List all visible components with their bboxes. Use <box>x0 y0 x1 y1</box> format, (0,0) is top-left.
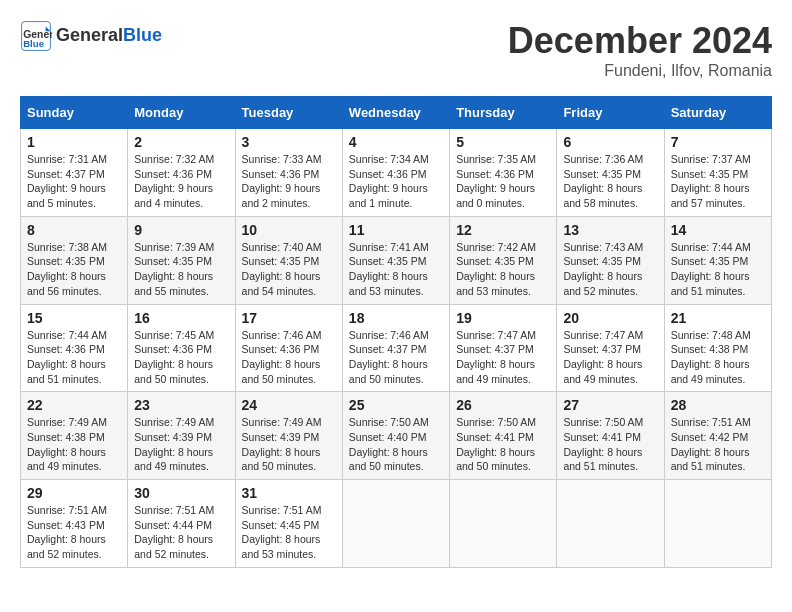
day-detail: Sunrise: 7:50 AMSunset: 4:41 PMDaylight:… <box>456 415 550 474</box>
day-detail: Sunrise: 7:51 AMSunset: 4:42 PMDaylight:… <box>671 415 765 474</box>
calendar-cell: 24Sunrise: 7:49 AMSunset: 4:39 PMDayligh… <box>235 392 342 480</box>
col-header-friday: Friday <box>557 97 664 129</box>
calendar-cell: 10Sunrise: 7:40 AMSunset: 4:35 PMDayligh… <box>235 216 342 304</box>
day-number: 26 <box>456 397 550 413</box>
day-detail: Sunrise: 7:49 AMSunset: 4:38 PMDaylight:… <box>27 415 121 474</box>
day-number: 1 <box>27 134 121 150</box>
day-detail: Sunrise: 7:44 AMSunset: 4:35 PMDaylight:… <box>671 240 765 299</box>
calendar-cell: 20Sunrise: 7:47 AMSunset: 4:37 PMDayligh… <box>557 304 664 392</box>
day-detail: Sunrise: 7:37 AMSunset: 4:35 PMDaylight:… <box>671 152 765 211</box>
calendar-cell: 27Sunrise: 7:50 AMSunset: 4:41 PMDayligh… <box>557 392 664 480</box>
day-detail: Sunrise: 7:50 AMSunset: 4:41 PMDaylight:… <box>563 415 657 474</box>
day-detail: Sunrise: 7:35 AMSunset: 4:36 PMDaylight:… <box>456 152 550 211</box>
day-detail: Sunrise: 7:46 AMSunset: 4:37 PMDaylight:… <box>349 328 443 387</box>
calendar-cell: 30Sunrise: 7:51 AMSunset: 4:44 PMDayligh… <box>128 480 235 568</box>
location-subtitle: Fundeni, Ilfov, Romania <box>508 62 772 80</box>
day-number: 19 <box>456 310 550 326</box>
calendar-cell: 16Sunrise: 7:45 AMSunset: 4:36 PMDayligh… <box>128 304 235 392</box>
day-number: 3 <box>242 134 336 150</box>
col-header-tuesday: Tuesday <box>235 97 342 129</box>
day-detail: Sunrise: 7:45 AMSunset: 4:36 PMDaylight:… <box>134 328 228 387</box>
logo-icon: General Blue <box>20 20 52 52</box>
day-number: 6 <box>563 134 657 150</box>
day-number: 28 <box>671 397 765 413</box>
day-number: 2 <box>134 134 228 150</box>
day-number: 24 <box>242 397 336 413</box>
day-number: 29 <box>27 485 121 501</box>
day-detail: Sunrise: 7:47 AMSunset: 4:37 PMDaylight:… <box>563 328 657 387</box>
svg-text:Blue: Blue <box>23 38 44 49</box>
day-number: 22 <box>27 397 121 413</box>
col-header-wednesday: Wednesday <box>342 97 449 129</box>
calendar-cell: 4Sunrise: 7:34 AMSunset: 4:36 PMDaylight… <box>342 129 449 217</box>
calendar-cell: 18Sunrise: 7:46 AMSunset: 4:37 PMDayligh… <box>342 304 449 392</box>
day-detail: Sunrise: 7:46 AMSunset: 4:36 PMDaylight:… <box>242 328 336 387</box>
day-detail: Sunrise: 7:31 AMSunset: 4:37 PMDaylight:… <box>27 152 121 211</box>
calendar-cell: 13Sunrise: 7:43 AMSunset: 4:35 PMDayligh… <box>557 216 664 304</box>
calendar-table: SundayMondayTuesdayWednesdayThursdayFrid… <box>20 96 772 568</box>
calendar-cell <box>557 480 664 568</box>
calendar-cell <box>342 480 449 568</box>
calendar-cell: 8Sunrise: 7:38 AMSunset: 4:35 PMDaylight… <box>21 216 128 304</box>
page-header: General Blue GeneralBlue December 2024 F… <box>20 20 772 80</box>
calendar-cell <box>450 480 557 568</box>
day-number: 16 <box>134 310 228 326</box>
day-number: 20 <box>563 310 657 326</box>
day-number: 5 <box>456 134 550 150</box>
col-header-thursday: Thursday <box>450 97 557 129</box>
day-detail: Sunrise: 7:51 AMSunset: 4:44 PMDaylight:… <box>134 503 228 562</box>
day-number: 4 <box>349 134 443 150</box>
col-header-monday: Monday <box>128 97 235 129</box>
day-detail: Sunrise: 7:44 AMSunset: 4:36 PMDaylight:… <box>27 328 121 387</box>
calendar-cell: 9Sunrise: 7:39 AMSunset: 4:35 PMDaylight… <box>128 216 235 304</box>
day-detail: Sunrise: 7:51 AMSunset: 4:43 PMDaylight:… <box>27 503 121 562</box>
calendar-cell: 7Sunrise: 7:37 AMSunset: 4:35 PMDaylight… <box>664 129 771 217</box>
day-detail: Sunrise: 7:49 AMSunset: 4:39 PMDaylight:… <box>242 415 336 474</box>
calendar-cell: 19Sunrise: 7:47 AMSunset: 4:37 PMDayligh… <box>450 304 557 392</box>
day-number: 13 <box>563 222 657 238</box>
day-number: 11 <box>349 222 443 238</box>
calendar-cell <box>664 480 771 568</box>
day-detail: Sunrise: 7:38 AMSunset: 4:35 PMDaylight:… <box>27 240 121 299</box>
day-number: 10 <box>242 222 336 238</box>
day-number: 27 <box>563 397 657 413</box>
calendar-cell: 23Sunrise: 7:49 AMSunset: 4:39 PMDayligh… <box>128 392 235 480</box>
calendar-week-3: 15Sunrise: 7:44 AMSunset: 4:36 PMDayligh… <box>21 304 772 392</box>
calendar-cell: 6Sunrise: 7:36 AMSunset: 4:35 PMDaylight… <box>557 129 664 217</box>
day-number: 30 <box>134 485 228 501</box>
day-number: 15 <box>27 310 121 326</box>
day-number: 23 <box>134 397 228 413</box>
calendar-cell: 26Sunrise: 7:50 AMSunset: 4:41 PMDayligh… <box>450 392 557 480</box>
day-detail: Sunrise: 7:43 AMSunset: 4:35 PMDaylight:… <box>563 240 657 299</box>
calendar-cell: 22Sunrise: 7:49 AMSunset: 4:38 PMDayligh… <box>21 392 128 480</box>
calendar-week-5: 29Sunrise: 7:51 AMSunset: 4:43 PMDayligh… <box>21 480 772 568</box>
col-header-sunday: Sunday <box>21 97 128 129</box>
day-number: 17 <box>242 310 336 326</box>
calendar-cell: 15Sunrise: 7:44 AMSunset: 4:36 PMDayligh… <box>21 304 128 392</box>
calendar-week-4: 22Sunrise: 7:49 AMSunset: 4:38 PMDayligh… <box>21 392 772 480</box>
calendar-cell: 11Sunrise: 7:41 AMSunset: 4:35 PMDayligh… <box>342 216 449 304</box>
day-detail: Sunrise: 7:50 AMSunset: 4:40 PMDaylight:… <box>349 415 443 474</box>
calendar-cell: 25Sunrise: 7:50 AMSunset: 4:40 PMDayligh… <box>342 392 449 480</box>
day-number: 8 <box>27 222 121 238</box>
calendar-week-1: 1Sunrise: 7:31 AMSunset: 4:37 PMDaylight… <box>21 129 772 217</box>
day-detail: Sunrise: 7:34 AMSunset: 4:36 PMDaylight:… <box>349 152 443 211</box>
day-detail: Sunrise: 7:36 AMSunset: 4:35 PMDaylight:… <box>563 152 657 211</box>
calendar-cell: 28Sunrise: 7:51 AMSunset: 4:42 PMDayligh… <box>664 392 771 480</box>
calendar-cell: 3Sunrise: 7:33 AMSunset: 4:36 PMDaylight… <box>235 129 342 217</box>
calendar-cell: 31Sunrise: 7:51 AMSunset: 4:45 PMDayligh… <box>235 480 342 568</box>
day-number: 18 <box>349 310 443 326</box>
day-detail: Sunrise: 7:40 AMSunset: 4:35 PMDaylight:… <box>242 240 336 299</box>
calendar-cell: 14Sunrise: 7:44 AMSunset: 4:35 PMDayligh… <box>664 216 771 304</box>
logo-general: General <box>56 25 123 45</box>
logo-blue: Blue <box>123 25 162 45</box>
day-detail: Sunrise: 7:42 AMSunset: 4:35 PMDaylight:… <box>456 240 550 299</box>
calendar-week-2: 8Sunrise: 7:38 AMSunset: 4:35 PMDaylight… <box>21 216 772 304</box>
day-detail: Sunrise: 7:49 AMSunset: 4:39 PMDaylight:… <box>134 415 228 474</box>
day-number: 14 <box>671 222 765 238</box>
calendar-cell: 2Sunrise: 7:32 AMSunset: 4:36 PMDaylight… <box>128 129 235 217</box>
calendar-cell: 29Sunrise: 7:51 AMSunset: 4:43 PMDayligh… <box>21 480 128 568</box>
calendar-cell: 1Sunrise: 7:31 AMSunset: 4:37 PMDaylight… <box>21 129 128 217</box>
day-number: 9 <box>134 222 228 238</box>
day-number: 31 <box>242 485 336 501</box>
